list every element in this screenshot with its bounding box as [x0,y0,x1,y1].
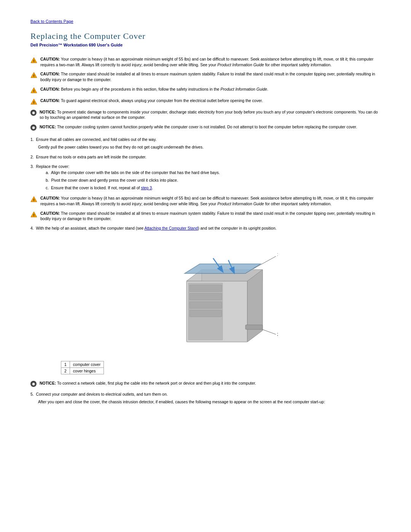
step-4: 4. With the help of an assistant, attach… [30,225,381,232]
step-5-number: 5. [30,392,36,396]
notice-block-bottom: ◉ NOTICE: To connect a network cable, fi… [30,380,381,387]
caution-block-1: ! CAUTION: Your computer is heavy (it ha… [30,56,381,67]
computer-illustration: 1 2 [133,239,278,353]
step-1-number: 1. [30,137,36,142]
caution-block-6: ! CAUTION: The computer stand should be … [30,211,381,222]
step-5: 5. Connect your computer and devices to … [30,391,381,405]
step-5-sub: After you open and close the cover, the … [38,399,381,405]
svg-rect-16 [190,302,222,308]
notice-icon-1: ◉ [30,110,37,116]
subtitle: Dell Precision™ Workstation 690 User's G… [30,43,381,47]
svg-text:2: 2 [277,332,278,337]
step-2-number: 2. [30,155,36,159]
step-4-number: 4. [30,226,36,230]
legend-table: 1 computer cover 2 cover hinges [61,361,104,374]
attaching-stand-link[interactable]: Attaching the Computer Stand [144,226,198,230]
computer-illustration-container: 1 2 [30,239,381,353]
caution-block-5: ! CAUTION: Your computer is heavy (it ha… [30,195,381,206]
step-1: 1. Ensure that all cables are connected,… [30,137,381,150]
svg-text:!: ! [33,101,35,104]
step-1-sub: Gently pull the power cables toward you … [38,144,381,150]
svg-rect-14 [190,285,222,292]
caution-icon-1: ! [30,57,37,63]
page-title: Replacing the Computer Cover [30,31,381,41]
step-3b: b. Pivot the cover down and gently press… [46,177,381,184]
svg-text:1: 1 [277,252,278,257]
step-3a: a. Align the computer cover with the tab… [46,170,381,176]
legend-num-2: 2 [61,367,70,374]
legend-label-1: computer cover [70,361,104,367]
svg-text:!: ! [33,198,35,202]
notice-icon-2: ◉ [30,125,37,131]
caution-icon-5: ! [30,196,37,202]
svg-text:!: ! [33,59,35,63]
caution-icon-6: ! [30,211,37,217]
step-3-link[interactable]: step 3 [141,185,152,190]
step-3: 3. Replace the cover: a. Align the compu… [30,164,381,191]
svg-text:!: ! [33,213,35,217]
legend-row-1: 1 computer cover [61,361,104,367]
svg-text:!: ! [33,89,35,93]
svg-rect-28 [245,325,263,329]
notice-icon-bottom: ◉ [30,381,37,387]
notice-block-2: ◉ NOTICE: The computer cooling system ca… [30,124,381,131]
step-3c: c. Ensure that the cover is locked. If n… [46,185,381,191]
caution-block-2: ! CAUTION: The computer stand should be … [30,71,381,82]
legend-row-2: 2 cover hinges [61,367,104,374]
svg-marker-20 [247,270,263,342]
caution-icon-3: ! [30,87,37,93]
caution-icon-2: ! [30,72,37,78]
back-to-contents-link[interactable]: Back to Contents Page [30,19,381,24]
caution-icon-4: ! [30,99,37,105]
svg-rect-17 [190,310,222,317]
legend-num-1: 1 [61,361,70,367]
step-3-number: 3. [30,164,36,169]
legend-label-2: cover hinges [70,367,104,374]
svg-line-24 [253,256,276,269]
svg-text:!: ! [33,74,35,78]
caution-block-3: ! CAUTION: Before you begin any of the p… [30,86,381,94]
notice-block-1: ◉ NOTICE: To prevent static damage to co… [30,109,381,120]
svg-rect-15 [190,293,222,300]
caution-block-4: ! CAUTION: To guard against electrical s… [30,98,381,105]
step-2: 2. Ensure that no tools or extra parts a… [30,154,381,160]
